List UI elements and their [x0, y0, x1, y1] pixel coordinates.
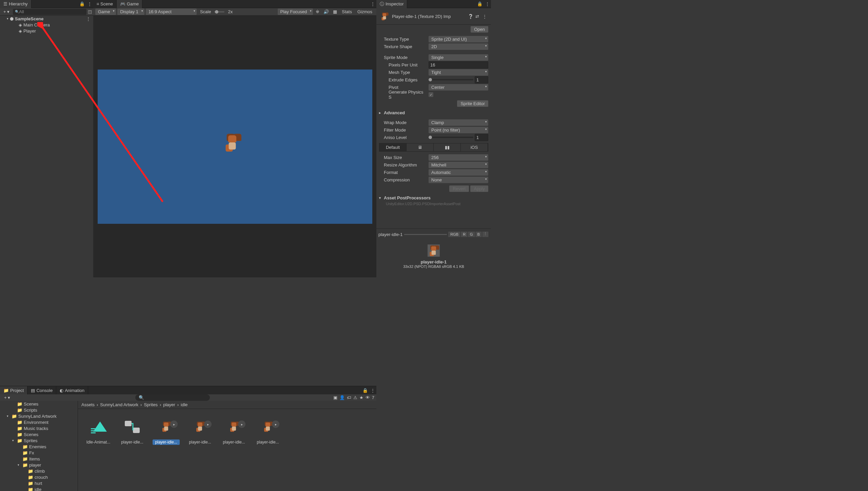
scene-filter-icon[interactable]: ◫	[88, 9, 92, 14]
preview-label: player-idle-1	[421, 259, 447, 264]
filter-mode-label: Filter Mode	[379, 127, 427, 133]
hierarchy-tab-label: Hierarchy	[9, 1, 28, 6]
advanced-header[interactable]: Advanced	[379, 109, 488, 117]
filter-mode-dropdown[interactable]: Point (no filter)	[429, 127, 488, 133]
sprite-mode-dropdown[interactable]: Single	[429, 54, 488, 61]
play-focused-dropdown[interactable]: Play Focused	[278, 8, 313, 15]
resize-algo-label: Resize Algorithm	[379, 162, 427, 168]
platform-default[interactable]: Default	[379, 143, 407, 151]
channel-more[interactable]: ⋮	[482, 232, 489, 237]
scale-value: 2x	[226, 9, 235, 14]
more-icon[interactable]: ⋮	[484, 1, 491, 6]
frame-debugger-icon[interactable]: ▦	[332, 9, 338, 14]
item-label: Player	[23, 28, 36, 34]
aspect-dropdown[interactable]: 16:9 Aspect	[146, 8, 197, 15]
channel-g[interactable]: G	[468, 232, 475, 237]
more-icon[interactable]: ⋮	[86, 1, 93, 6]
sprite-mode-label: Sprite Mode	[379, 55, 427, 60]
audio-icon[interactable]: 🔊	[322, 9, 330, 14]
preview-thumbnail	[428, 244, 440, 257]
game-canvas	[98, 70, 372, 224]
hierarchy-item-player[interactable]: ◈ Player	[0, 28, 93, 34]
scene-more-icon[interactable]: ⋮	[85, 16, 92, 21]
aniso-input	[475, 134, 488, 141]
texture-type-dropdown[interactable]: Sprite (2D and UI)	[429, 36, 488, 42]
hierarchy-item-main-camera[interactable]: ◈ Main Camera	[0, 22, 93, 28]
mesh-type-label: Mesh Type	[379, 70, 427, 75]
asset-title: Player-idle-1 (Texture 2D) Imp	[392, 14, 466, 19]
game-view	[93, 16, 376, 277]
tab-more-icon[interactable]: ⋮	[369, 1, 376, 6]
channel-r[interactable]: R	[461, 232, 468, 237]
mute-icon[interactable]: ※	[314, 9, 321, 14]
display-dropdown[interactable]: Display 1	[117, 8, 144, 15]
more-icon[interactable]: ⋮	[481, 14, 488, 19]
pivot-dropdown[interactable]: Center	[429, 84, 488, 91]
gameobject-icon: ◈	[19, 28, 22, 34]
platform-server[interactable]: ▮▮	[434, 143, 461, 151]
open-button[interactable]: Open	[471, 26, 488, 33]
inspector-tab-label: Inspector	[386, 1, 403, 6]
help-icon[interactable]: ❔	[468, 14, 473, 19]
search-placeholder: All	[19, 9, 24, 14]
scene-tab[interactable]: ⌗ Scene	[93, 0, 117, 8]
game-icon: 🎮	[120, 1, 125, 6]
hierarchy-icon: ☰	[3, 1, 7, 6]
game-tab-label: Game	[127, 1, 139, 6]
wrap-mode-label: Wrap Mode	[379, 120, 427, 125]
platform-tabs[interactable]: Default 🖥 ▮▮ iOS	[379, 143, 488, 152]
postprocessors-header[interactable]: Asset PostProcessors	[379, 194, 488, 202]
foldout-icon: ▾	[7, 17, 8, 20]
texture-shape-label: Texture Shape	[379, 44, 427, 49]
apply-button[interactable]: Apply	[470, 185, 488, 192]
channel-b[interactable]: B	[475, 232, 482, 237]
extrude-input[interactable]	[475, 76, 488, 83]
generate-physics-checkbox[interactable]: ✓	[429, 92, 433, 97]
asset-thumbnail-icon	[381, 12, 388, 20]
resize-algo-dropdown[interactable]: Mitchell	[429, 162, 488, 168]
ppu-input[interactable]	[429, 61, 488, 68]
scene-icon: ⌗	[97, 1, 99, 7]
player-sprite	[227, 136, 243, 157]
texture-shape-dropdown: 2D	[429, 43, 488, 50]
info-icon: ⓘ	[380, 1, 384, 7]
aniso-slider	[429, 137, 473, 138]
scene-tab-label: Scene	[100, 1, 113, 6]
revert-button[interactable]: Revert	[449, 185, 469, 192]
gameobject-icon: ◈	[19, 22, 22, 27]
preview-info: 33x32 (NPOT) RGBA8 sRGB 4.1 KB	[403, 264, 464, 269]
extrude-label: Extrude Edges	[379, 77, 427, 82]
max-size-dropdown[interactable]: 256	[429, 154, 488, 161]
hierarchy-tab[interactable]: ☰ Hierarchy	[0, 0, 32, 8]
settings-icon[interactable]: ⇄	[475, 14, 479, 19]
lock-icon[interactable]: 🔒	[78, 1, 86, 6]
max-size-label: Max Size	[379, 155, 427, 160]
extrude-slider[interactable]	[429, 79, 473, 80]
unity-icon: ⬢	[10, 16, 14, 21]
gizmos-button[interactable]: Gizmos	[355, 9, 374, 14]
mesh-type-dropdown[interactable]: Tight	[429, 69, 488, 76]
scene-root-item[interactable]: ▾ ⬢ SampleScene ⋮	[0, 16, 93, 22]
scene-name: SampleScene	[15, 16, 44, 21]
sprite-editor-button[interactable]: Sprite Editor	[457, 100, 488, 107]
wrap-mode-dropdown[interactable]: Clamp	[429, 119, 488, 126]
format-dropdown[interactable]: Automatic	[429, 169, 488, 176]
compression-dropdown[interactable]: None	[429, 177, 488, 183]
game-mode-dropdown[interactable]: Game	[95, 8, 116, 15]
channel-rgb[interactable]: RGB	[448, 232, 461, 237]
stats-button[interactable]: Stats	[340, 9, 354, 14]
game-tab[interactable]: 🎮 Game	[117, 0, 142, 8]
platform-standalone[interactable]: 🖥	[407, 143, 434, 151]
add-button[interactable]: + ▾	[1, 8, 12, 15]
scale-slider[interactable]	[214, 11, 224, 13]
platform-ios[interactable]: iOS	[461, 143, 488, 151]
pivot-label: Pivot	[379, 85, 427, 90]
hierarchy-search[interactable]: 🔍 All	[13, 9, 86, 15]
preview-zoom-slider[interactable]	[404, 234, 447, 235]
postproc-line: UnityEditor.U2D.PSD.PSDImporterAssetPost	[379, 202, 488, 206]
scale-label: Scale	[198, 9, 213, 14]
preview-name: player-idle-1	[378, 232, 403, 237]
lock-icon[interactable]: 🔒	[476, 1, 484, 6]
inspector-tab[interactable]: ⓘ Inspector	[376, 0, 407, 8]
item-label: Main Camera	[23, 22, 50, 27]
